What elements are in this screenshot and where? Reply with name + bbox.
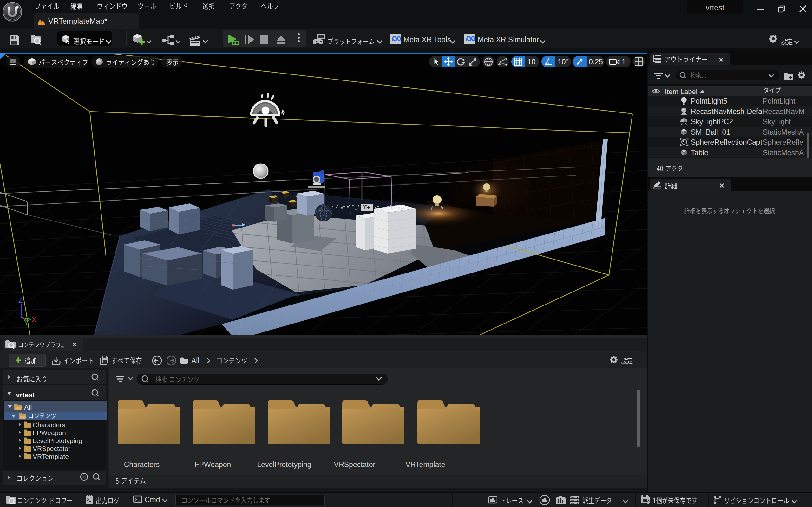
svg-text:Y: Y [24, 319, 29, 327]
svg-text:Z: Z [18, 296, 22, 304]
svg-text:X: X [32, 316, 37, 324]
